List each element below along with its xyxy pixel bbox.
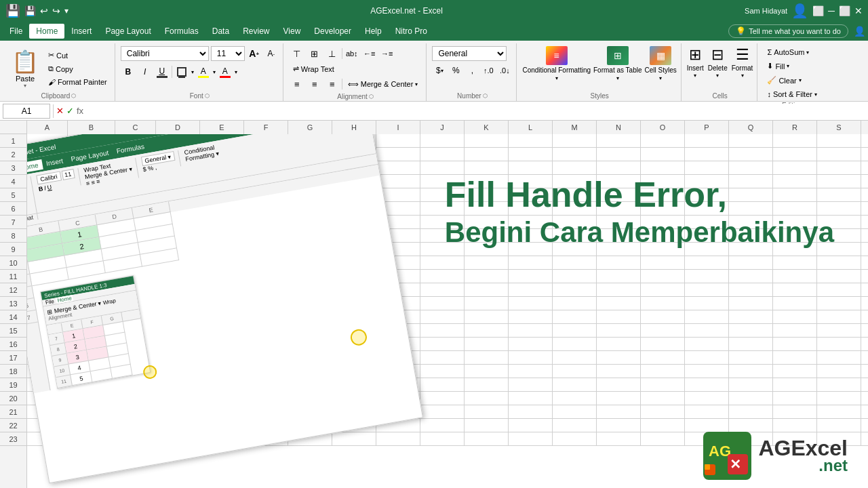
bold-button[interactable]: B xyxy=(121,64,136,79)
row-1[interactable]: 1 xyxy=(0,134,26,148)
cell-H7[interactable] xyxy=(332,216,376,229)
cell-D18[interactable] xyxy=(156,365,200,378)
clipboard-label[interactable]: Clipboard ⬡ xyxy=(41,91,76,100)
menu-help[interactable]: Help xyxy=(358,24,389,39)
col-header-i[interactable]: I xyxy=(376,121,420,134)
row-14[interactable]: 14 xyxy=(0,310,26,324)
cell-E19[interactable] xyxy=(200,378,244,392)
cell-B14[interactable] xyxy=(68,310,115,324)
cell-C14[interactable] xyxy=(115,310,156,324)
name-box[interactable]: A1 xyxy=(3,104,50,119)
cell-B11[interactable] xyxy=(68,270,115,283)
cell-H1[interactable] xyxy=(332,134,376,148)
cell-A16[interactable] xyxy=(27,338,68,351)
cell-C4[interactable] xyxy=(115,175,156,188)
font-label[interactable]: Font ⬡ xyxy=(190,91,210,100)
cell-B5[interactable] xyxy=(68,188,115,202)
cell-D17[interactable] xyxy=(156,351,200,365)
cell-C3[interactable] xyxy=(115,161,156,175)
ribbon-display-icon[interactable]: ⬜ xyxy=(812,5,824,16)
cell-F18[interactable] xyxy=(244,365,288,378)
cell-E5[interactable] xyxy=(200,188,244,202)
cell-F12[interactable] xyxy=(244,283,288,297)
cell-G20[interactable] xyxy=(288,392,332,405)
cell-E11[interactable] xyxy=(200,270,244,283)
cell-E14[interactable] xyxy=(200,310,244,324)
cell-C2[interactable] xyxy=(115,148,156,161)
cell-A10[interactable] xyxy=(27,256,68,270)
cell-C9[interactable] xyxy=(115,243,156,256)
cell-B12[interactable] xyxy=(68,283,115,297)
cell-D20[interactable] xyxy=(156,392,200,405)
indent-increase-button[interactable]: →≡ xyxy=(379,46,395,61)
cell-G18[interactable] xyxy=(288,365,332,378)
cell-G7[interactable] xyxy=(288,216,332,229)
cell-B18[interactable] xyxy=(68,365,115,378)
cell-B22[interactable] xyxy=(68,419,115,432)
cell-D14[interactable] xyxy=(156,310,200,324)
cell-B1[interactable] xyxy=(68,134,115,148)
cell-B3[interactable] xyxy=(68,161,115,175)
cell-E7[interactable] xyxy=(200,216,244,229)
cell-H18[interactable] xyxy=(332,365,376,378)
percent-button[interactable]: % xyxy=(448,63,463,78)
cell-E4[interactable] xyxy=(200,175,244,188)
cell-D19[interactable] xyxy=(156,378,200,392)
col-header-d[interactable]: D xyxy=(156,121,200,134)
cell-C12[interactable] xyxy=(115,283,156,297)
cell-E21[interactable] xyxy=(200,405,244,419)
menu-developer[interactable]: Developer xyxy=(307,24,358,39)
cell-E9[interactable] xyxy=(200,243,244,256)
cell-D13[interactable] xyxy=(156,297,200,310)
cell-G11[interactable] xyxy=(288,270,332,283)
cell-B7[interactable] xyxy=(68,216,115,229)
row-9[interactable]: 9 xyxy=(0,243,26,256)
cell-F4[interactable] xyxy=(244,175,288,188)
cell-A5[interactable] xyxy=(27,188,68,202)
cell-H12[interactable] xyxy=(332,283,376,297)
cell-A7[interactable] xyxy=(27,216,68,229)
cell-E8[interactable] xyxy=(200,229,244,243)
fill-color-button[interactable]: A xyxy=(196,64,211,79)
comma-button[interactable]: , xyxy=(465,63,479,78)
cell-C17[interactable] xyxy=(115,351,156,365)
cell-E16[interactable] xyxy=(200,338,244,351)
font-size-select[interactable]: 11 xyxy=(211,46,245,61)
cell-H17[interactable] xyxy=(332,351,376,365)
cell-F5[interactable] xyxy=(244,188,288,202)
cell-E18[interactable] xyxy=(200,365,244,378)
cell-C7[interactable] xyxy=(115,216,156,229)
align-bottom-button[interactable]: ⊥ xyxy=(324,46,340,61)
cell-H9[interactable] xyxy=(332,243,376,256)
autosum-button[interactable]: Σ AutoSum ▾ xyxy=(763,46,821,58)
cell-C16[interactable] xyxy=(115,338,156,351)
col-header-o[interactable]: O xyxy=(641,121,685,134)
cell-H3[interactable] xyxy=(332,161,376,175)
insert-button[interactable]: ⊞ Insert ▾ xyxy=(687,46,704,79)
cell-A8[interactable] xyxy=(27,229,68,243)
cell-B9[interactable] xyxy=(68,243,115,256)
cell-G21[interactable] xyxy=(288,405,332,419)
cell-B23[interactable] xyxy=(68,432,115,446)
conditional-formatting-button[interactable]: ≡ Conditional Formatting ▾ xyxy=(522,46,591,81)
cell-A9[interactable] xyxy=(27,243,68,256)
menu-data[interactable]: Data xyxy=(205,24,236,39)
tell-me-box[interactable]: 💡 Tell me what you want to do xyxy=(728,24,848,38)
cell-E3[interactable] xyxy=(200,161,244,175)
format-painter-button[interactable]: 🖌 Format Painter xyxy=(45,76,111,88)
col-header-t[interactable]: T xyxy=(861,121,868,134)
col-header-s[interactable]: S xyxy=(817,121,861,134)
row-7[interactable]: 7 xyxy=(0,216,26,229)
cell-E22[interactable] xyxy=(200,419,244,432)
close-button[interactable]: ✕ xyxy=(854,5,863,16)
cell-G22[interactable] xyxy=(288,419,332,432)
row-4[interactable]: 4 xyxy=(0,175,26,188)
row-15[interactable]: 15 xyxy=(0,324,26,338)
copy-button[interactable]: ⧉ Copy xyxy=(45,62,111,75)
col-header-p[interactable]: P xyxy=(685,121,729,134)
cell-A21[interactable] xyxy=(27,405,68,419)
cell-H5[interactable] xyxy=(332,188,376,202)
cell-D21[interactable] xyxy=(156,405,200,419)
increase-font-button[interactable]: A+ xyxy=(247,46,262,61)
cell-B8[interactable] xyxy=(68,229,115,243)
